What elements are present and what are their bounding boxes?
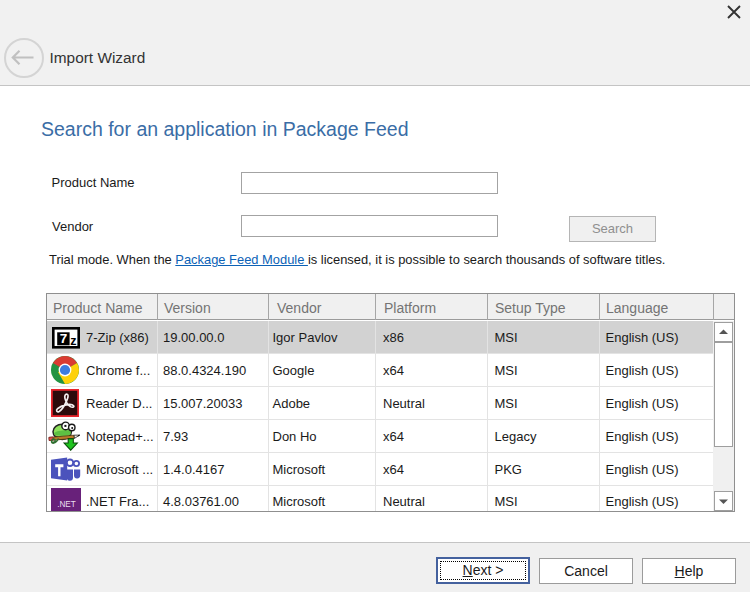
svg-text:7: 7 bbox=[60, 331, 68, 346]
svg-text:z: z bbox=[70, 334, 76, 348]
svg-text:.NET: .NET bbox=[57, 500, 76, 509]
